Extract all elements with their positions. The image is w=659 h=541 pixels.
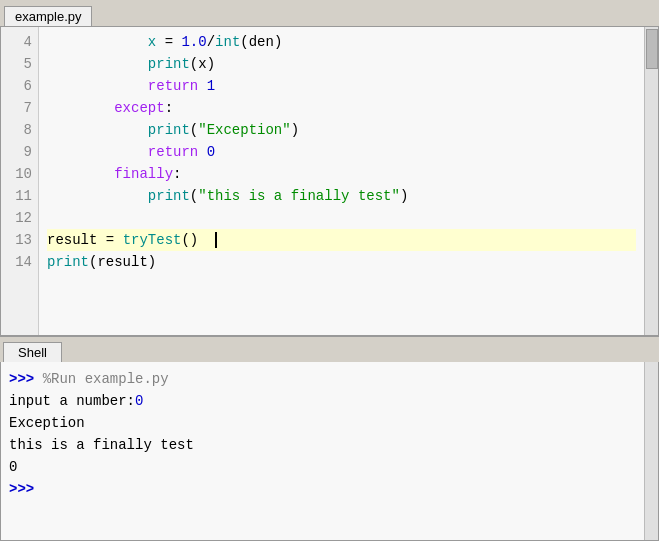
editor-tab-bar: example.py — [0, 0, 659, 26]
shell-tab-bar: Shell — [0, 336, 659, 362]
code-line-11: print("this is a finally test") — [47, 185, 636, 207]
shell-prompt-1: >>> — [9, 371, 34, 387]
code-line-4: x = 1.0/int(den) — [47, 31, 636, 53]
shell-output-line-1: input a number:0 — [9, 393, 143, 409]
code-editor[interactable]: x = 1.0/int(den) print(x) return 1 excep… — [39, 27, 644, 335]
shell-prompt-2: >>> — [9, 481, 34, 497]
code-line-10: finally: — [47, 163, 636, 185]
shell-run-command: %Run example.py — [43, 371, 169, 387]
code-line-7: except: — [47, 97, 636, 119]
code-line-9: return 0 — [47, 141, 636, 163]
code-line-6: return 1 — [47, 75, 636, 97]
editor-tab-label: example.py — [15, 9, 81, 24]
editor-scrollbar[interactable] — [644, 27, 658, 335]
code-line-14: print(result) — [47, 251, 636, 273]
shell-tab-label: Shell — [18, 345, 47, 360]
editor-scrollbar-thumb[interactable] — [646, 29, 658, 69]
shell-output-line-2: Exception — [9, 415, 85, 431]
shell-pane: >>> %Run example.py input a number:0 Exc… — [0, 362, 659, 541]
code-line-12 — [47, 207, 636, 229]
shell-content[interactable]: >>> %Run example.py input a number:0 Exc… — [1, 362, 644, 540]
shell-output-line-4: 0 — [9, 459, 17, 475]
code-line-8: print("Exception") — [47, 119, 636, 141]
line-numbers: 4 5 6 7 8 9 10 11 12 13 14 — [1, 27, 39, 335]
code-line-5: print(x) — [47, 53, 636, 75]
editor-tab[interactable]: example.py — [4, 6, 92, 26]
shell-output-line-3: this is a finally test — [9, 437, 194, 453]
editor-pane: 4 5 6 7 8 9 10 11 12 13 14 x = 1.0/int(d… — [0, 26, 659, 336]
shell-scrollbar[interactable] — [644, 362, 658, 540]
shell-tab[interactable]: Shell — [3, 342, 62, 362]
code-line-13: result = tryTest() — [47, 229, 636, 251]
main-container: example.py 4 5 6 7 8 9 10 11 12 13 14 x … — [0, 0, 659, 541]
